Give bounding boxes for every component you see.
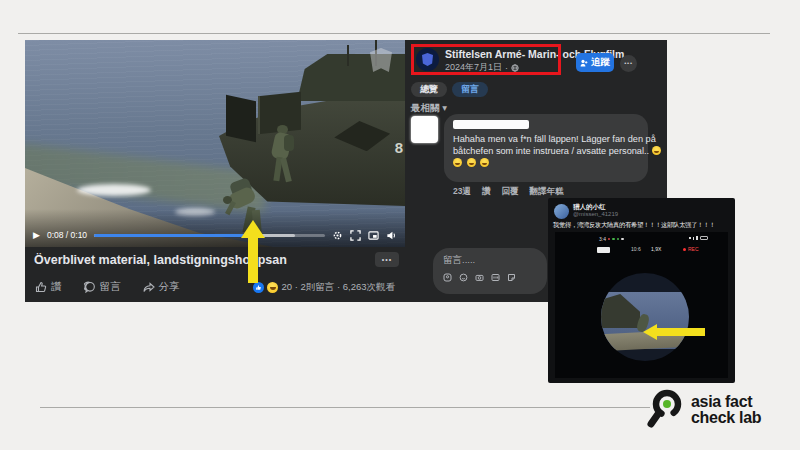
repost-user-avatar (554, 204, 569, 219)
hull-number: 8 (395, 139, 403, 156)
brand-wordmark: asia fact check lab (691, 394, 761, 427)
stats-text: 20 · 2則留言 · 6,263次觀看 (281, 281, 395, 294)
comment-button[interactable]: 留言 (84, 280, 121, 294)
circular-video-crop (601, 273, 689, 361)
repost-video: 3:4 10:6 1,9X REC (555, 232, 728, 378)
rofl-emoji-icon (480, 158, 489, 167)
follow-person-icon (580, 59, 588, 67)
repost-scene-photo (601, 292, 689, 349)
emoji-icon[interactable] (459, 273, 468, 282)
fact-check-highlight-box (411, 44, 561, 75)
video-title: Överblivet material, landstigningshoppsa… (34, 253, 287, 267)
camera-overlay-row2: 10:6 1,9X REC (555, 246, 728, 254)
repost-post-text: 我觉得，湾湾反攻大陆真的有希望！！！这部队太强了！！！ (553, 221, 732, 230)
comment-like-link[interactable]: 讚 (482, 186, 491, 198)
blurred-commenter-avatar (411, 116, 438, 143)
fullscreen-icon[interactable] (350, 230, 361, 241)
frame-bottom-rule (40, 407, 650, 408)
settings-gear-icon[interactable] (332, 230, 343, 241)
haha-reaction-icon (267, 282, 278, 293)
comment-bubble: Hahaha men va f*n fäll läppen! Lägger fa… (444, 114, 648, 182)
boat-ramp-panel (226, 95, 256, 142)
post-stats[interactable]: 20 · 2則留言 · 6,263次觀看 (253, 281, 395, 294)
repost-boat (601, 294, 640, 328)
rofl-emoji-icon (453, 158, 462, 167)
brand-line2: check lab (691, 410, 761, 427)
green-dot-icon (617, 238, 620, 241)
comment-label: 留言 (100, 280, 121, 294)
sticker-icon[interactable] (507, 273, 516, 282)
comment-sort-dropdown[interactable]: 最相關 ▾ (411, 102, 447, 115)
blurred-commenter-name (453, 120, 529, 129)
camera-overlay-row1: 3:4 (555, 236, 728, 243)
arrow-head (643, 324, 657, 340)
green-dot-icon (612, 238, 615, 241)
signal-battery-icons (689, 236, 708, 240)
comment-bubble-icon (84, 281, 96, 293)
repost-user-handle: @missen_41219 (573, 211, 618, 217)
signal-bar-icon (689, 237, 691, 239)
comment-age: 23週 (453, 186, 471, 198)
soldier-on-ramp (267, 125, 297, 187)
repost-screenshot: 猎人的小红 @missen_41219 我觉得，湾湾反攻大陆真的有希望！！！这部… (548, 198, 735, 383)
camera-icon[interactable] (475, 273, 484, 282)
camera-chip-icon (597, 247, 610, 253)
comment-text-line2: båtchefen som inte instruera / avsatte p… (453, 145, 639, 157)
comment-meta-row: 23週 讚 回覆 翻譯年糕 (453, 186, 563, 198)
wave-foam (77, 184, 151, 196)
like-label: 讚 (51, 280, 62, 294)
play-icon[interactable]: ▶ (33, 231, 40, 240)
header-more-button[interactable]: ••• (620, 55, 637, 72)
progress-bar[interactable] (94, 234, 325, 237)
video-player[interactable]: 8 ▶ 0:08 / 0:10 (25, 40, 405, 247)
asia-fact-check-lab-logo: asia fact check lab (646, 386, 798, 434)
comment-emoji-row (453, 157, 639, 169)
tab-comments[interactable]: 留言 (452, 82, 488, 97)
player-controls: ▶ 0:08 / 0:10 (33, 228, 397, 242)
signal-bar-icon (693, 237, 695, 240)
frame-top-rule (18, 33, 770, 34)
post-action-bar: 讚 留言 分享 20 · 2則留言 · 6,263次觀看 (25, 272, 405, 302)
camera-rec-indicator: REC (683, 246, 699, 252)
follow-label: 追蹤 (591, 56, 610, 69)
white-dot-icon (621, 238, 624, 241)
comment-translate-link[interactable]: 翻譯年糕 (529, 186, 563, 198)
volume-icon[interactable] (386, 230, 397, 241)
comment-composer[interactable]: 留言..... (433, 248, 547, 294)
share-label: 分享 (159, 280, 180, 294)
video-more-button[interactable]: ••• (375, 252, 399, 267)
comment-text-line1: Hahaha men va f*n fäll läppen! Lägger fa… (453, 133, 639, 145)
share-arrow-icon (143, 281, 155, 293)
follow-button[interactable]: 追蹤 (576, 53, 614, 72)
progress-fill (94, 234, 260, 237)
thumbs-up-icon (35, 281, 47, 293)
battery-icon (700, 236, 708, 240)
composer-placeholder: 留言..... (443, 254, 537, 267)
signal-bar-icon (696, 236, 698, 240)
video-time: 0:08 / 0:10 (47, 230, 87, 240)
camera-ratio: 3:4 (599, 236, 624, 242)
comment-reply-link[interactable]: 回覆 (501, 186, 518, 198)
camera-time: 10:6 (631, 246, 641, 252)
share-button[interactable]: 分享 (143, 280, 180, 294)
camera-zoom-level: 1,9X (651, 246, 661, 252)
avatar-sticker-icon[interactable] (443, 273, 452, 282)
tab-overview[interactable]: 總覽 (411, 82, 447, 97)
boat-mast (347, 45, 349, 66)
red-dot-icon (608, 238, 611, 241)
rec-dot-icon (683, 248, 686, 251)
brand-line1: asia fact (691, 394, 761, 411)
like-button[interactable]: 讚 (35, 280, 62, 294)
gif-icon[interactable] (491, 273, 500, 282)
sweat-smile-emoji-icon (652, 146, 661, 155)
arrow-shaft (656, 328, 705, 336)
magnifier-logo-icon (646, 388, 686, 432)
sweat-smile-emoji-icon (467, 158, 476, 167)
like-reaction-icon (253, 282, 264, 293)
composer-icon-row (443, 273, 537, 282)
picture-in-picture-icon[interactable] (368, 230, 379, 241)
video-title-bar: Överblivet material, landstigningshoppsa… (25, 247, 405, 272)
